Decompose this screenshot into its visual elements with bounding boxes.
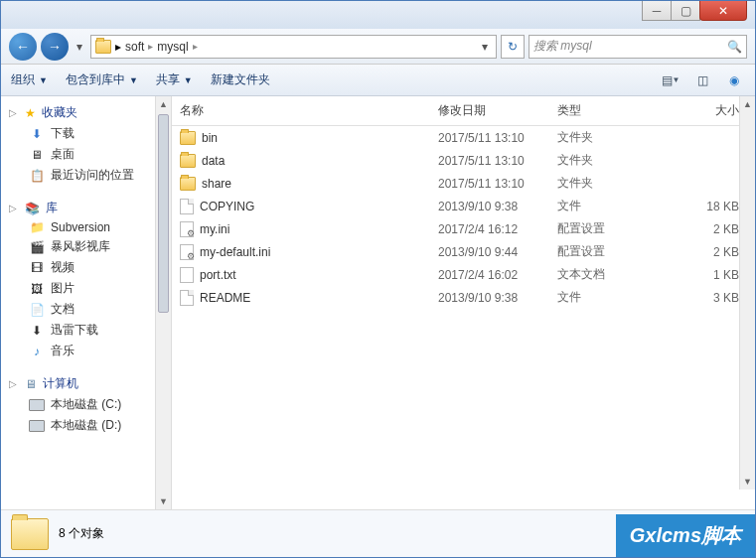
view-options-button[interactable]: ▤ ▼ bbox=[660, 70, 681, 90]
file-date: 2013/9/10 9:44 bbox=[438, 245, 557, 259]
sidebar-item-music[interactable]: ♪音乐 bbox=[1, 341, 155, 361]
file-date: 2013/9/10 9:38 bbox=[438, 291, 557, 305]
computer-group[interactable]: ▷🖥计算机 bbox=[1, 373, 155, 394]
sidebar-item-baofeng[interactable]: 🎬暴风影视库 bbox=[1, 236, 155, 257]
file-size: 18 KB bbox=[667, 200, 747, 213]
file-row[interactable]: my-default.ini2013/9/10 9:44配置设置2 KB bbox=[172, 240, 755, 263]
watermark: Gxlcms脚本 bbox=[616, 514, 755, 557]
chevron-right-icon[interactable]: ▸ bbox=[148, 41, 153, 52]
file-date: 2017/5/11 13:10 bbox=[438, 154, 557, 168]
file-type: 配置设置 bbox=[557, 220, 667, 237]
file-type: 文件夹 bbox=[557, 129, 667, 146]
file-date: 2017/5/11 13:10 bbox=[438, 131, 557, 145]
file-date: 2017/5/11 13:10 bbox=[438, 177, 557, 191]
sidebar-item-xunlei[interactable]: ⬇迅雷下载 bbox=[1, 320, 155, 341]
file-date: 2017/2/4 16:02 bbox=[438, 268, 557, 282]
file-type: 配置设置 bbox=[557, 243, 667, 260]
search-icon[interactable]: 🔍 bbox=[727, 40, 742, 54]
address-dropdown[interactable]: ▾ bbox=[478, 40, 492, 54]
file-type: 文件夹 bbox=[557, 175, 667, 192]
sidebar-item-disk-d[interactable]: 本地磁盘 (D:) bbox=[1, 415, 155, 436]
sidebar-item-subversion[interactable]: 📁Subversion bbox=[1, 218, 155, 236]
share-menu[interactable]: 共享▼ bbox=[156, 71, 193, 88]
sidebar-item-documents[interactable]: 📄文档 bbox=[1, 299, 155, 320]
breadcrumb-item[interactable]: soft bbox=[125, 40, 144, 54]
toolbar: 组织▼ 包含到库中▼ 共享▼ 新建文件夹 ▤ ▼ ◫ ◉ bbox=[1, 65, 755, 96]
text-file-icon bbox=[180, 267, 194, 283]
sidebar: ▷★收藏夹 ⬇下载 🖥桌面 📋最近访问的位置 ▷📚库 📁Subversion 🎬… bbox=[1, 96, 172, 509]
sidebar-item-recent[interactable]: 📋最近访问的位置 bbox=[1, 165, 155, 186]
titlebar: ─ ▢ ✕ bbox=[1, 1, 755, 29]
help-button[interactable]: ◉ bbox=[723, 70, 745, 90]
folder-icon bbox=[11, 518, 49, 550]
file-row[interactable]: share2017/5/11 13:10文件夹 bbox=[172, 172, 755, 195]
file-name: port.txt bbox=[200, 268, 236, 282]
sidebar-item-desktop[interactable]: 🖥桌面 bbox=[1, 144, 155, 165]
col-type[interactable]: 类型 bbox=[557, 102, 667, 119]
file-date: 2017/2/4 16:12 bbox=[438, 222, 557, 236]
breadcrumb-item[interactable]: mysql bbox=[157, 40, 188, 54]
sidebar-item-videos[interactable]: 🎞视频 bbox=[1, 257, 155, 278]
file-list-pane: 名称 修改日期 类型 大小 bin2017/5/11 13:10文件夹data2… bbox=[172, 96, 755, 509]
file-size: 2 KB bbox=[667, 222, 747, 236]
close-button[interactable]: ✕ bbox=[699, 1, 747, 21]
nav-history-dropdown[interactable]: ▾ bbox=[73, 33, 86, 61]
libraries-group[interactable]: ▷📚库 bbox=[1, 198, 155, 218]
sidebar-scrollbar[interactable]: ▲ ▼ bbox=[155, 96, 171, 509]
search-placeholder: 搜索 mysql bbox=[533, 38, 592, 55]
file-row[interactable]: port.txt2017/2/4 16:02文本文档1 KB bbox=[172, 263, 755, 286]
file-size: 1 KB bbox=[667, 268, 747, 282]
status-count: 8 个对象 bbox=[59, 525, 104, 542]
file-name: bin bbox=[202, 131, 218, 145]
file-type: 文件夹 bbox=[557, 152, 667, 169]
favorites-group[interactable]: ▷★收藏夹 bbox=[1, 102, 155, 123]
file-type: 文件 bbox=[557, 289, 667, 306]
config-file-icon bbox=[180, 244, 194, 260]
new-folder-button[interactable]: 新建文件夹 bbox=[211, 71, 270, 88]
sidebar-item-disk-c[interactable]: 本地磁盘 (C:) bbox=[1, 394, 155, 415]
main-scrollbar[interactable]: ▲ ▼ bbox=[739, 96, 755, 489]
column-headers: 名称 修改日期 类型 大小 bbox=[172, 96, 755, 126]
file-date: 2013/9/10 9:38 bbox=[438, 200, 557, 213]
file-type: 文件 bbox=[557, 198, 667, 214]
config-file-icon bbox=[180, 221, 194, 237]
scroll-down-icon[interactable]: ▼ bbox=[156, 493, 171, 509]
address-bar[interactable]: ▸ soft ▸ mysql ▸ ▾ bbox=[90, 35, 497, 59]
minimize-button[interactable]: ─ bbox=[642, 1, 672, 21]
maximize-button[interactable]: ▢ bbox=[671, 1, 700, 21]
file-row[interactable]: COPYING2013/9/10 9:38文件18 KB bbox=[172, 195, 755, 217]
scroll-up-icon[interactable]: ▲ bbox=[740, 96, 755, 112]
col-size[interactable]: 大小 bbox=[667, 102, 747, 119]
file-rows: bin2017/5/11 13:10文件夹data2017/5/11 13:10… bbox=[172, 126, 755, 509]
file-icon bbox=[180, 290, 194, 306]
scroll-up-icon[interactable]: ▲ bbox=[156, 96, 171, 112]
chevron-right-icon[interactable]: ▸ bbox=[193, 41, 198, 52]
file-type: 文本文档 bbox=[557, 266, 667, 283]
nav-tree: ▷★收藏夹 ⬇下载 🖥桌面 📋最近访问的位置 ▷📚库 📁Subversion 🎬… bbox=[1, 102, 171, 436]
file-size: 2 KB bbox=[667, 245, 747, 259]
refresh-button[interactable]: ↻ bbox=[501, 35, 525, 59]
back-button[interactable]: ← bbox=[9, 33, 37, 61]
navigation-bar: ← → ▾ ▸ soft ▸ mysql ▸ ▾ ↻ 搜索 mysql 🔍 bbox=[1, 29, 755, 65]
folder-icon bbox=[180, 177, 196, 191]
file-size: 3 KB bbox=[667, 291, 747, 305]
file-name: data bbox=[202, 154, 225, 168]
forward-button[interactable]: → bbox=[41, 33, 69, 61]
content-area: ▷★收藏夹 ⬇下载 🖥桌面 📋最近访问的位置 ▷📚库 📁Subversion 🎬… bbox=[1, 96, 755, 509]
preview-pane-button[interactable]: ◫ bbox=[691, 70, 713, 90]
file-row[interactable]: README2013/9/10 9:38文件3 KB bbox=[172, 286, 755, 309]
scroll-thumb[interactable] bbox=[158, 114, 169, 313]
file-row[interactable]: my.ini2017/2/4 16:12配置设置2 KB bbox=[172, 217, 755, 240]
search-input[interactable]: 搜索 mysql 🔍 bbox=[529, 35, 747, 59]
sidebar-item-downloads[interactable]: ⬇下载 bbox=[1, 123, 155, 144]
col-name[interactable]: 名称 bbox=[180, 102, 438, 119]
file-row[interactable]: data2017/5/11 13:10文件夹 bbox=[172, 149, 755, 172]
file-name: my-default.ini bbox=[200, 245, 270, 259]
breadcrumb: soft ▸ mysql ▸ bbox=[125, 40, 198, 54]
file-row[interactable]: bin2017/5/11 13:10文件夹 bbox=[172, 126, 755, 149]
col-date[interactable]: 修改日期 bbox=[438, 102, 557, 119]
sidebar-item-pictures[interactable]: 🖼图片 bbox=[1, 278, 155, 299]
organize-menu[interactable]: 组织▼ bbox=[11, 71, 48, 88]
include-library-menu[interactable]: 包含到库中▼ bbox=[66, 71, 138, 88]
scroll-down-icon[interactable]: ▼ bbox=[740, 474, 755, 489]
